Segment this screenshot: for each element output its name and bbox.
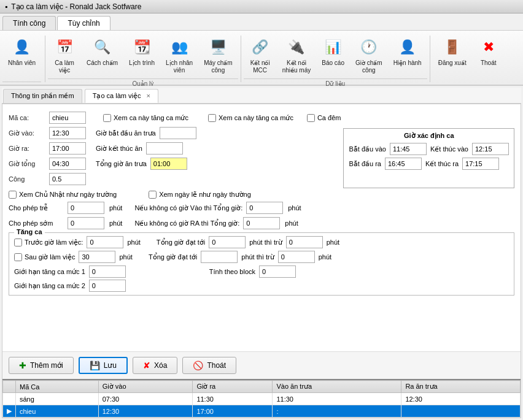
table-row[interactable]: ▶ chieu 12:30 17:00 : <box>3 405 521 418</box>
thoat-button[interactable]: 🚫 Thoát <box>182 357 236 374</box>
phut2-label: phút <box>288 204 301 212</box>
save-icon: 💾 <box>90 361 100 370</box>
gioi-han-tc1-input[interactable] <box>89 265 126 278</box>
xoa-button[interactable]: ✘ Xóa <box>133 357 177 374</box>
tab-thong-tin-phan-mem[interactable]: Thông tin phần mềm <box>3 89 82 103</box>
dang-xuat-icon: 🚪 <box>441 36 463 58</box>
gio-tong-label: Giờ tổng <box>9 160 45 168</box>
ket-thuc-vao-input[interactable] <box>472 143 509 155</box>
gio-vao-input[interactable] <box>49 127 86 139</box>
col-indicator <box>3 381 16 393</box>
button-row: ✚ Thêm mới 💾 Lưu ✘ Xóa 🚫 Thoát <box>2 351 521 379</box>
row-gio-vao-1: 07:30 <box>98 393 193 405</box>
table-row[interactable]: sáng 07:30 11:30 11:30 12:30 <box>3 393 521 405</box>
gio-bat-dau-an-trua-label: Giờ bắt đầu ăn trưa <box>96 129 156 137</box>
thi-tru2-input[interactable] <box>278 251 315 263</box>
bat-dau-vao-label: Bắt đầu vào <box>349 145 385 153</box>
toolbar-btn-dang-xuat[interactable]: 🚪 Đăng xuất <box>433 33 472 70</box>
toolbar-btn-cach-cham[interactable]: 🔍 Cách chấm <box>81 33 123 70</box>
bat-dau-ra-input[interactable] <box>385 158 422 170</box>
gio-ra-input[interactable] <box>49 142 86 155</box>
title-bar-text: Tạo ca làm việc - Ronald Jack Sotfware <box>11 2 141 11</box>
data-table: Mã Ca Giờ vào Giờ ra Vào ăn trưa Ra ăn t… <box>2 380 521 418</box>
thi-tru1-input[interactable] <box>286 236 323 248</box>
gio-ket-thuc-an-input[interactable] <box>146 142 183 155</box>
tong-gio-ra-input[interactable] <box>243 217 280 229</box>
tab-tinh-cong[interactable]: Tính công <box>2 16 56 30</box>
cho-phep-tre-input[interactable] <box>68 202 104 214</box>
toolbar-group-dulieu: 🔗 Kết nốiMCC 🔌 Kết nốinhiều máy 📊 Báo cá… <box>244 33 427 85</box>
tab-tao-ca-lam-viec[interactable]: Tạo ca làm việc × <box>85 89 158 103</box>
phut4-label: phút <box>285 220 298 227</box>
tong-gio-an-trua-input[interactable] <box>150 158 187 170</box>
toolbar-sep-1 <box>45 36 45 82</box>
cho-phep-som-label: Cho phép sớm <box>9 220 64 227</box>
ket-thuc-vao-label: Kết thúc vào <box>430 145 468 153</box>
tab-tuy-chinh[interactable]: Tùy chỉnh <box>57 16 110 30</box>
gio-bat-dau-an-trua-input[interactable] <box>160 127 196 139</box>
bat-dau-ra-label: Bắt đầu ra <box>349 160 381 168</box>
toolbar-btn-nhan-vien[interactable]: 👤 Nhân viên <box>2 33 41 70</box>
row-vao-an-trua-2: : <box>273 405 401 418</box>
cong-input[interactable] <box>49 173 86 185</box>
row-gio-ra-2: 17:00 <box>193 405 273 418</box>
toolbar-btn-lich-trinh[interactable]: 📆 Lịch trình <box>123 33 160 70</box>
toolbar-btn-bao-cao[interactable]: 📊 Báo cáo <box>316 33 350 70</box>
cb-xem-chu-nhat[interactable]: Xem Chủ Nhật như ngày trường <box>9 191 117 199</box>
toolbar-btn-ca-lam-viec[interactable]: 📅 Ca làmviệc <box>48 33 81 77</box>
ket-thuc-ra-input[interactable] <box>462 158 499 170</box>
tong-gio-dat-toi2-label: Tổng giờ đạt tới <box>149 253 197 261</box>
gioi-han-tc2-input[interactable] <box>89 280 126 292</box>
tinh-theo-block-input[interactable] <box>259 265 296 278</box>
cb-truoc-gio[interactable]: Trước giờ làm việc: <box>14 239 83 246</box>
hien-hanh-icon: 👤 <box>397 36 419 58</box>
toolbar-btn-lich-nhan-vien[interactable]: 👥 Lịch nhânviên <box>160 33 198 77</box>
toolbar: 👤 Nhân viên 📅 Ca làmviệc 🔍 Cách chấm 📆 <box>0 31 523 86</box>
toolbar-group-exit: 🚪 Đăng xuất ✖ Thoát <box>433 33 505 85</box>
them-moi-button[interactable]: ✚ Thêm mới <box>9 357 74 374</box>
row-gio-ra-1: 11:30 <box>193 393 273 405</box>
toolbar-btn-ket-noi-nhieu-may[interactable]: 🔌 Kết nốinhiều máy <box>277 33 317 77</box>
gio-ra-label: Giờ ra: <box>9 145 45 153</box>
cb-sau-gio[interactable]: Sau giờ làm việc <box>14 253 75 261</box>
row-vao-an-trua-1: 11:30 <box>273 393 401 405</box>
row-ra-an-trua-1: 12:30 <box>401 393 521 405</box>
phut-tc3-label: phút <box>119 253 132 261</box>
cb-ca-dem[interactable]: Ca đêm <box>307 114 341 122</box>
ma-ca-input[interactable] <box>49 112 86 124</box>
gioi-han-tc1-label: Giới hạn tăng ca mức 1 <box>14 268 85 276</box>
gio-tong-input[interactable] <box>49 158 86 170</box>
tong-gio-vao-input[interactable] <box>246 202 283 214</box>
plus-icon: ✚ <box>19 361 26 370</box>
neu-khong-co-gio-ra-label: Nếu không có giờ RA thì Tổng giờ: <box>134 220 239 227</box>
ca-lam-viec-icon: 📅 <box>53 36 76 58</box>
menu-tabs: Tính công Tùy chỉnh <box>0 13 523 31</box>
cb-xem-ca-tang-ca-muc-1[interactable]: Xem ca này tăng ca mức <box>103 114 188 122</box>
truoc-gio-input[interactable] <box>87 236 123 248</box>
cb-xem-ngay-le[interactable]: Xem ngày lẽ như ngày thường <box>149 191 251 199</box>
toolbar-btn-may-cham-cong[interactable]: 🖥️ Máy chấmcông <box>198 33 238 77</box>
toolbar-btn-gio-cham-cong[interactable]: 🕐 Giờ chấmcông <box>350 33 388 77</box>
cho-phep-som-input[interactable] <box>68 217 104 229</box>
luu-button[interactable]: 💾 Lưu <box>79 357 128 374</box>
phut-tc1-label: phút <box>127 239 140 246</box>
tong-gio-dat-toi2-input[interactable] <box>201 251 238 263</box>
tong-gio-dat-toi1-input[interactable] <box>209 236 246 248</box>
gio-xac-dinh-ca-title: Giờ xác định ca <box>349 132 509 140</box>
title-bar: ▪ Tạo ca làm việc - Ronald Jack Sotfware <box>0 0 523 13</box>
ma-ca-label: Mã ca: <box>9 114 45 121</box>
toolbar-group-quanly: 📅 Ca làmviệc 🔍 Cách chấm 📆 Lịch trình 👥 … <box>48 33 238 85</box>
sau-gio-input[interactable] <box>79 251 115 263</box>
cho-phep-tre-label: Cho phép trễ <box>9 204 64 212</box>
bat-dau-vao-input[interactable] <box>390 143 427 155</box>
phut1-label: phút <box>109 204 122 212</box>
toolbar-btn-hien-hanh[interactable]: 👤 Hiện hành <box>388 33 427 70</box>
toolbar-sep-3 <box>430 36 430 82</box>
col-ra-an-trua: Ra ăn trưa <box>401 381 521 393</box>
nhan-vien-icon: 👤 <box>11 36 33 58</box>
cb-xem-ca-tang-ca-muc-2[interactable]: Xem ca này tăng ca mức <box>208 114 293 122</box>
gio-cham-cong-icon: 🕐 <box>358 36 380 58</box>
toolbar-btn-thoat[interactable]: ✖ Thoát <box>472 33 505 70</box>
toolbar-btn-ket-noi-mcc[interactable]: 🔗 Kết nốiMCC <box>244 33 277 77</box>
close-tab-icon[interactable]: × <box>147 92 150 99</box>
